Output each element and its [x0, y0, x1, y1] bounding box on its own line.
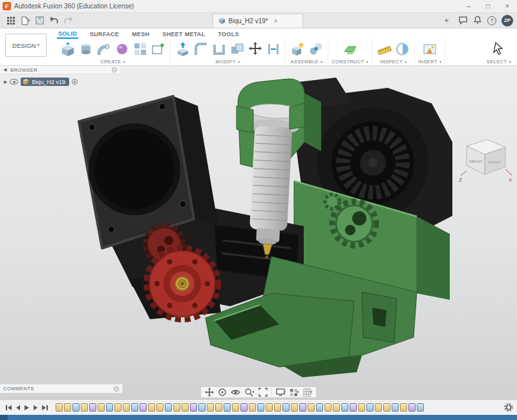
pattern-icon[interactable]	[131, 40, 149, 58]
app-grid-icon[interactable]	[4, 14, 18, 27]
notifications-bell-icon[interactable]	[473, 15, 482, 26]
timeline-feature-component-icon[interactable]	[148, 403, 155, 412]
joint-icon[interactable]	[307, 40, 324, 58]
file-menu-icon[interactable]: ▾	[18, 14, 32, 27]
timeline-feature-component-icon[interactable]	[232, 403, 239, 412]
timeline-feature-component-icon[interactable]	[182, 403, 189, 412]
insert-group-label[interactable]: INSERT▾	[418, 58, 441, 65]
timeline-feature-joint-icon[interactable]	[72, 403, 79, 412]
tab-surface[interactable]: SURFACE	[89, 30, 120, 38]
new-tab-button[interactable]: +	[440, 14, 453, 27]
document-tab[interactable]: Biqu_H2 v19* ×	[213, 14, 303, 28]
timeline-feature-sketch-icon[interactable]	[240, 403, 248, 412]
timeline-feature-component-icon[interactable]	[375, 403, 382, 412]
select-group-label[interactable]: SELECT▾	[487, 58, 511, 65]
construct-group-label[interactable]: CONSTRUCT▾	[332, 58, 368, 65]
timeline-feature-component-icon[interactable]	[400, 403, 407, 412]
model-right-tab[interactable]	[362, 292, 397, 342]
timeline-slider-cap[interactable]	[0, 415, 8, 420]
tab-solid[interactable]: SOLID	[57, 30, 78, 39]
timeline-feature-joint-icon[interactable]	[417, 403, 424, 412]
browser-document-item[interactable]: Biqu_H2 v19	[21, 78, 69, 86]
timeline-feature-component-icon[interactable]	[324, 403, 332, 412]
timeline-feature-joint-icon[interactable]	[257, 403, 264, 412]
timeline-feature-component-icon[interactable]	[156, 403, 164, 412]
help-icon[interactable]: ?	[487, 16, 496, 25]
tab-close-icon[interactable]: ×	[274, 17, 278, 25]
timeline-feature-joint-icon[interactable]	[366, 403, 374, 412]
timeline-feature-joint-icon[interactable]	[316, 403, 323, 412]
close-button[interactable]: ×	[498, 0, 517, 12]
timeline-feature-joint-icon[interactable]	[106, 403, 113, 412]
timeline-feature-component-icon[interactable]	[81, 403, 88, 412]
timeline-feature-joint-icon[interactable]	[224, 403, 231, 412]
timeline-feature-component-icon[interactable]	[308, 403, 315, 412]
timeline-feature-component-icon[interactable]	[207, 403, 214, 412]
timeline-feature-component-icon[interactable]	[56, 403, 63, 412]
visibility-eye-icon[interactable]	[10, 79, 18, 85]
model-biqu-h2[interactable]	[0, 66, 517, 399]
undo-icon[interactable]	[47, 14, 61, 27]
timeline-feature-joint-icon[interactable]	[392, 403, 399, 412]
layout-grid-icon[interactable]: ▾	[288, 388, 301, 397]
timeline-feature-sketch-icon[interactable]	[190, 403, 197, 412]
timeline-feature-component-icon[interactable]	[274, 403, 281, 412]
browser-panel-header[interactable]: ◀ BROWSER	[0, 66, 120, 74]
browser-collapse-icon[interactable]: ◀	[3, 67, 7, 72]
assemble-group-label[interactable]: ASSEMBLE▾	[290, 58, 322, 65]
combine-icon[interactable]	[228, 40, 246, 58]
create-group-label[interactable]: CREATE▾	[100, 58, 125, 65]
align-icon[interactable]	[264, 40, 282, 58]
inspect-group-label[interactable]: INSPECT▾	[380, 58, 407, 65]
redo-icon[interactable]	[61, 14, 75, 27]
timeline-step-back-icon[interactable]	[13, 403, 22, 413]
tab-sheet-metal[interactable]: SHEET METAL	[161, 30, 206, 38]
job-status-icon[interactable]	[458, 16, 468, 26]
timeline-feature-sketch-icon[interactable]	[350, 403, 357, 412]
viewcube[interactable]: FRONT RIGHT Z X	[458, 134, 514, 186]
new-component-icon[interactable]	[289, 40, 306, 58]
form-icon[interactable]	[113, 40, 131, 58]
timeline-slider-bar[interactable]	[0, 415, 517, 420]
timeline-feature-component-icon[interactable]	[98, 403, 105, 412]
tab-tools[interactable]: TOOLS	[216, 30, 240, 38]
maximize-button[interactable]: □	[478, 0, 498, 12]
timeline-go-to-start-icon[interactable]	[4, 403, 13, 413]
fit-icon[interactable]	[257, 388, 268, 397]
orbit-icon[interactable]	[216, 388, 228, 397]
viewport[interactable]: FRONT RIGHT Z X	[0, 66, 517, 399]
timeline-feature-component-icon[interactable]	[114, 403, 121, 412]
revolve-icon[interactable]	[77, 40, 94, 58]
timeline-feature-joint-icon[interactable]	[341, 403, 348, 412]
timeline-step-forward-icon[interactable]	[31, 403, 40, 413]
sweep-icon[interactable]	[95, 40, 112, 58]
user-avatar[interactable]: ZP	[501, 15, 513, 26]
comments-panel-pin-icon[interactable]	[114, 386, 119, 392]
pan-icon[interactable]	[204, 388, 215, 397]
timeline-play-icon[interactable]	[22, 403, 31, 413]
save-icon[interactable]	[32, 14, 47, 27]
file-menu-dropdown-icon[interactable]: ▾	[28, 18, 30, 23]
timeline-feature-component-icon[interactable]	[249, 403, 256, 412]
measure-icon[interactable]	[375, 40, 393, 58]
timeline-feature-joint-icon[interactable]	[165, 403, 172, 412]
timeline-feature-component-icon[interactable]	[266, 403, 273, 412]
shell-icon[interactable]	[210, 40, 227, 58]
timeline-feature-component-icon[interactable]	[215, 403, 222, 412]
timeline-feature-component-icon[interactable]	[291, 403, 298, 412]
move-icon[interactable]	[246, 40, 264, 58]
timeline-feature-component-icon[interactable]	[383, 403, 390, 412]
timeline-settings-gear-icon[interactable]	[504, 403, 513, 413]
timeline-feature-joint-icon[interactable]	[198, 403, 206, 412]
insert-icon[interactable]	[421, 40, 439, 58]
timeline-feature-component-icon[interactable]	[333, 403, 340, 412]
tab-mesh[interactable]: MESH	[131, 30, 151, 38]
timeline-feature-component-icon[interactable]	[123, 403, 130, 412]
select-cursor-icon[interactable]	[491, 40, 508, 58]
timeline-feature-sketch-icon[interactable]	[140, 403, 147, 412]
comments-panel-header[interactable]: COMMENTS	[0, 384, 123, 394]
section-analysis-icon[interactable]	[394, 40, 411, 58]
timeline-feature-component-icon[interactable]	[358, 403, 365, 412]
construct-plane-icon[interactable]	[341, 40, 359, 58]
timeline-feature-component-icon[interactable]	[173, 403, 180, 412]
